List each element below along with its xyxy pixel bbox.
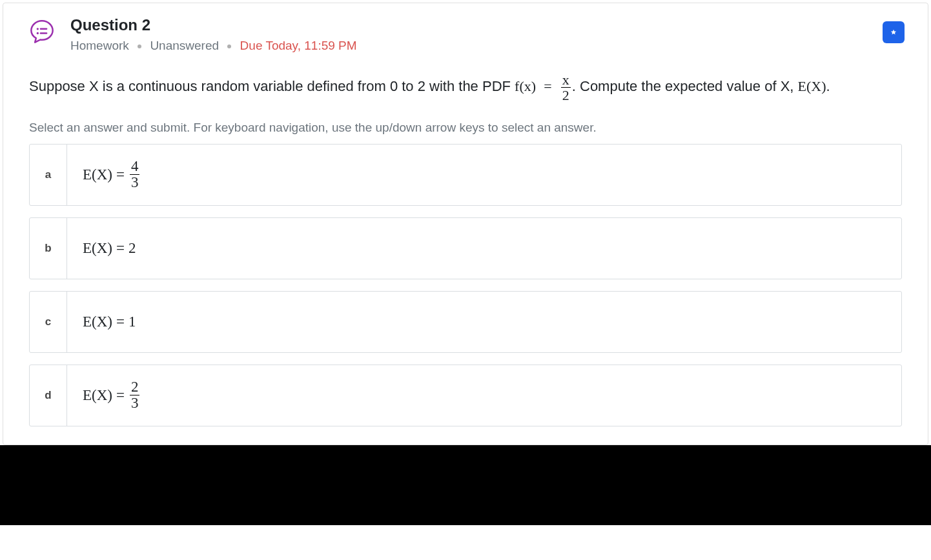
separator-dot-icon <box>227 45 231 48</box>
option-lhs: E(X) <box>83 387 112 404</box>
meta-status: Unanswered <box>150 39 219 52</box>
svg-rect-1 <box>40 28 48 30</box>
option-lhs: E(X) <box>83 166 112 183</box>
option-fraction: 4 3 <box>130 159 140 190</box>
option-value: 1 <box>128 314 136 330</box>
answer-option-d[interactable]: d E(X) = 2 3 <box>29 365 902 426</box>
option-eq: = <box>116 314 125 330</box>
option-value: 2 <box>128 240 136 257</box>
prompt-expr: E(X) <box>798 78 826 94</box>
option-lhs: E(X) <box>83 314 112 330</box>
fraction-numerator: x <box>561 72 571 87</box>
prompt-func: f(x) <box>515 78 536 94</box>
fraction-numerator: 2 <box>130 379 140 395</box>
svg-rect-3 <box>40 32 48 34</box>
answer-option-b[interactable]: b E(X) = 2 <box>29 217 902 279</box>
svg-point-0 <box>37 28 39 30</box>
prompt-text-1: Suppose X is a continuous random variabl… <box>29 78 515 94</box>
star-icon <box>888 27 899 37</box>
option-letter: d <box>30 365 67 426</box>
fraction-denominator: 3 <box>130 174 140 190</box>
answer-options: a E(X) = 4 3 b E(X) = 2 c E(X) = <box>3 144 928 426</box>
question-title: Question 2 <box>70 16 883 35</box>
prompt-eq: = <box>544 78 551 94</box>
option-eq: = <box>116 387 125 404</box>
option-eq: = <box>116 240 125 257</box>
svg-point-2 <box>37 32 39 34</box>
answer-option-a[interactable]: a E(X) = 4 3 <box>29 144 902 206</box>
bookmark-button[interactable] <box>883 21 905 43</box>
option-eq: = <box>116 166 125 183</box>
option-content: E(X) = 1 <box>67 292 901 352</box>
title-block: Question 2 Homework Unanswered Due Today… <box>70 16 883 53</box>
option-letter: a <box>30 145 67 205</box>
option-lhs: E(X) <box>83 240 112 257</box>
prompt-fraction: x 2 <box>561 72 571 103</box>
option-letter: c <box>30 292 67 352</box>
separator-dot-icon <box>138 45 141 48</box>
fraction-denominator: 3 <box>130 395 140 411</box>
meta-category: Homework <box>70 39 129 52</box>
bottom-black-region <box>0 445 931 525</box>
answer-option-c[interactable]: c E(X) = 1 <box>29 291 902 353</box>
fraction-numerator: 4 <box>130 159 140 174</box>
option-fraction: 2 3 <box>130 379 140 411</box>
question-type-icon <box>29 19 55 45</box>
option-content: E(X) = 2 <box>67 218 901 279</box>
question-header: Question 2 Homework Unanswered Due Today… <box>3 3 928 53</box>
prompt-text-2: Compute the expected value of X, <box>576 78 798 94</box>
prompt-trail: . <box>826 78 830 94</box>
question-prompt: Suppose X is a continuous random variabl… <box>3 53 928 103</box>
question-card: Question 2 Homework Unanswered Due Today… <box>3 3 928 445</box>
option-content: E(X) = 4 3 <box>67 145 901 205</box>
answer-instructions: Select an answer and submit. For keyboar… <box>3 103 928 144</box>
option-letter: b <box>30 218 67 279</box>
fraction-denominator: 2 <box>561 87 571 103</box>
meta-due: Due Today, 11:59 PM <box>240 39 357 52</box>
question-meta: Homework Unanswered Due Today, 11:59 PM <box>70 39 883 53</box>
option-content: E(X) = 2 3 <box>67 365 901 426</box>
